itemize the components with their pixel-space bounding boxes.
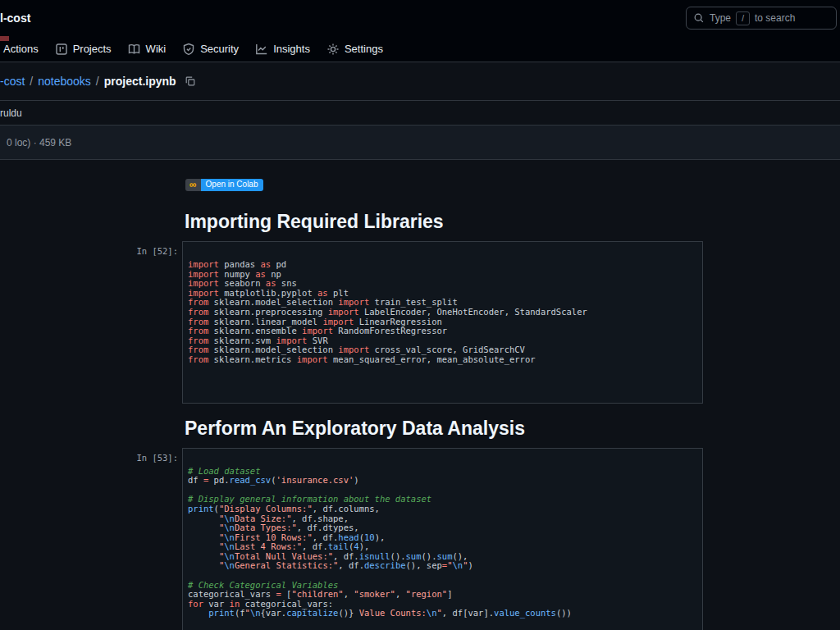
nav-item-label: Actions — [3, 43, 39, 55]
commit-bar: ruldu — [0, 100, 840, 125]
notebook-render-area: ∞ Open in Colab Importing Required Libra… — [0, 160, 840, 630]
copy-path-button[interactable] — [185, 75, 196, 87]
nav-item-projects[interactable]: Projects — [47, 36, 120, 62]
breadcrumb-separator: / — [30, 75, 33, 88]
code-input-area: # Load datasetdf = pd.read_csv('insuranc… — [182, 448, 703, 630]
code-line: df = pd.read_csv('insurance.csv') — [188, 476, 692, 486]
cell-prompt: In [53]: — [123, 448, 182, 630]
nav-item-label: Settings — [345, 43, 383, 55]
gear-icon — [326, 43, 340, 56]
nav-item-label: Insights — [273, 43, 310, 55]
search-icon — [693, 12, 705, 24]
graph-icon — [255, 43, 268, 56]
code-line: print(f"\n{var.capitalize()} Value Count… — [188, 609, 692, 619]
breadcrumb-repo-link[interactable]: -cost — [0, 75, 25, 88]
nav-item-wiki[interactable]: Wiki — [120, 36, 175, 62]
section-heading-importing-libraries: Importing Required Libraries — [185, 210, 840, 234]
breadcrumb-filename: project.ipynb — [104, 75, 176, 88]
code-block: # Load datasetdf = pd.read_csv('insuranc… — [188, 467, 692, 619]
file-info-text: 0 loc) · 459 KB — [7, 137, 71, 148]
nav-item-label: Projects — [73, 43, 112, 55]
nav-item-security[interactable]: Security — [174, 36, 247, 62]
code-line: "\nGeneral Statistics:", df.describe(), … — [188, 561, 692, 571]
nav-item-settings[interactable]: Settings — [318, 36, 391, 62]
breadcrumb-separator: / — [96, 75, 99, 88]
notebook-cell: In [52]: import pandas as pdimport numpy… — [123, 241, 840, 404]
nav-item-label: Security — [200, 43, 239, 55]
notebook-cell: In [53]: # Load datasetdf = pd.read_csv(… — [123, 448, 840, 630]
code-line: from sklearn.metrics import mean_squared… — [188, 355, 692, 365]
tab-underline-fragment — [0, 36, 9, 41]
search-placeholder-pre: Type — [710, 12, 731, 24]
repo-nav: Actions Projects Wiki Security Insights … — [0, 36, 840, 62]
search-box[interactable]: Type / to search — [686, 7, 837, 30]
nav-item-insights[interactable]: Insights — [247, 36, 318, 62]
open-in-colab-badge[interactable]: ∞ Open in Colab — [185, 179, 263, 191]
copy-icon — [185, 75, 196, 87]
code-input-area: import pandas as pdimport numpy as npimp… — [182, 241, 703, 404]
app-header: l-cost Type / to search — [0, 0, 840, 36]
colab-badge-label: Open in Colab — [201, 179, 263, 191]
colab-infinity-icon: ∞ — [189, 180, 197, 189]
search-placeholder-post: to search — [755, 12, 795, 24]
code-block: import pandas as pdimport numpy as npimp… — [188, 260, 692, 365]
breadcrumb-dir-link[interactable]: notebooks — [38, 75, 91, 88]
nav-item-label: Wiki — [146, 43, 167, 55]
repo-title[interactable]: l-cost — [0, 11, 30, 25]
cell-prompt: In [52]: — [123, 241, 182, 404]
slash-key: / — [736, 11, 750, 25]
project-board-icon — [55, 43, 68, 56]
section-heading-eda: Perform An Exploratory Data Analysis — [185, 417, 840, 441]
file-info-bar: 0 loc) · 459 KB — [0, 125, 840, 160]
shield-icon — [182, 43, 195, 56]
badge-row: ∞ Open in Colab — [185, 176, 840, 189]
breadcrumb: -cost / notebooks / project.ipynb — [0, 62, 840, 100]
book-icon — [128, 43, 141, 56]
commit-author[interactable]: ruldu — [0, 107, 22, 119]
colab-logo-segment: ∞ — [185, 179, 201, 191]
